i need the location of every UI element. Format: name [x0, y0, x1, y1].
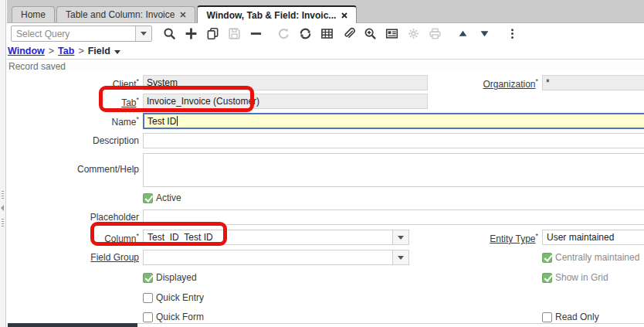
- centrally-maintained-checkbox[interactable]: [542, 253, 552, 263]
- grid-toggle-icon[interactable]: [320, 27, 334, 41]
- print-icon: [428, 27, 442, 41]
- tab-home-label: Home: [21, 9, 46, 20]
- process-gear-icon: [406, 27, 420, 41]
- organization-field[interactable]: [542, 75, 644, 90]
- tab-home[interactable]: Home: [12, 6, 55, 22]
- column-label[interactable]: Column*: [0, 232, 139, 244]
- client-label[interactable]: Client*: [0, 77, 139, 90]
- name-label: Name*: [0, 115, 139, 128]
- bottom-divider: [137, 323, 644, 324]
- description-label: Description: [0, 135, 139, 146]
- save-icon: [227, 27, 241, 41]
- field-group-combobox[interactable]: [143, 250, 409, 265]
- active-checkbox-row[interactable]: Active: [143, 192, 181, 203]
- desktop-tabbar: Home Table and Column: Invoice Window, T…: [7, 0, 644, 23]
- zoom-across-icon[interactable]: [363, 27, 377, 41]
- active-checkbox-label: Active: [156, 192, 181, 203]
- comment-help-label: Comment/Help: [0, 164, 139, 175]
- text-cursor: [177, 116, 178, 126]
- column-combobox[interactable]: [143, 230, 409, 245]
- column-dropdown-button[interactable]: [392, 230, 408, 244]
- comment-help-input[interactable]: [143, 153, 644, 187]
- field-group-dropdown-button[interactable]: [392, 250, 408, 264]
- entity-type-label[interactable]: Entity Type*: [417, 232, 538, 244]
- column-input[interactable]: [144, 230, 392, 244]
- active-checkbox[interactable]: [143, 193, 153, 203]
- collapse-arrow-icon[interactable]: [1, 205, 4, 211]
- read-only-checkbox-row[interactable]: Read Only: [542, 312, 599, 322]
- tab-field[interactable]: [143, 94, 428, 109]
- splitter-grip[interactable]: [2, 191, 4, 199]
- breadcrumb-separator: >: [49, 46, 54, 56]
- next-record-icon[interactable]: [477, 27, 491, 41]
- close-tab-icon[interactable]: [341, 12, 347, 19]
- description-input[interactable]: [143, 133, 644, 148]
- placeholder-label: Placeholder: [0, 212, 139, 223]
- breadcrumb-field-current[interactable]: Field: [88, 46, 120, 56]
- placeholder-input[interactable]: [143, 209, 644, 225]
- breadcrumb: Window > Tab > Field: [8, 46, 120, 56]
- more-options-icon[interactable]: [505, 27, 519, 41]
- name-input[interactable]: Test ID: [143, 113, 644, 129]
- close-tab-icon[interactable]: [180, 12, 186, 18]
- show-in-grid-checkbox[interactable]: [542, 273, 552, 283]
- show-in-grid-label: Show in Grid: [555, 272, 608, 283]
- chevron-down-icon: [114, 50, 120, 54]
- toolbar-buttons: [162, 27, 519, 41]
- field-group-input[interactable]: [144, 250, 392, 264]
- search-icon[interactable]: [162, 27, 176, 41]
- chevron-down-icon: [141, 32, 147, 36]
- taskbar-edge: [8, 323, 137, 327]
- entity-type-combobox[interactable]: [542, 230, 644, 245]
- copy-record-icon[interactable]: [205, 27, 219, 41]
- app-window: Home Table and Column: Invoice Window, T…: [0, 0, 644, 327]
- form-view-icon[interactable]: [385, 27, 398, 41]
- select-query-dropdown-button[interactable]: [135, 26, 151, 41]
- displayed-checkbox-row[interactable]: Displayed: [143, 272, 197, 283]
- centrally-maintained-checkbox-row[interactable]: Centrally maintained: [542, 252, 639, 263]
- show-in-grid-checkbox-row[interactable]: Show in Grid: [542, 272, 608, 283]
- tab-table-and-column-label: Table and Column: Invoice: [66, 9, 175, 20]
- organization-label[interactable]: Organization*: [417, 77, 538, 90]
- previous-record-icon[interactable]: [456, 27, 469, 41]
- quick-entry-checkbox[interactable]: [143, 293, 153, 303]
- chevron-down-icon: [398, 236, 404, 240]
- displayed-checkbox[interactable]: [143, 273, 153, 283]
- chevron-down-icon: [398, 256, 404, 260]
- quick-entry-label: Quick Entry: [156, 292, 204, 303]
- read-only-checkbox[interactable]: [542, 312, 552, 322]
- displayed-label: Displayed: [156, 272, 197, 283]
- breadcrumb-window-link[interactable]: Window: [8, 46, 45, 56]
- tab-table-and-column[interactable]: Table and Column: Invoice: [56, 6, 195, 22]
- refresh-icon[interactable]: [298, 27, 312, 41]
- field-group-label[interactable]: Field Group: [0, 252, 139, 263]
- status-bar: Record saved: [7, 59, 644, 72]
- quick-form-checkbox-row[interactable]: Quick Form: [143, 312, 204, 322]
- attachment-icon[interactable]: [341, 27, 355, 41]
- centrally-maintained-label: Centrally maintained: [555, 252, 639, 263]
- tab-label[interactable]: Tab*: [0, 96, 139, 108]
- client-field[interactable]: [143, 75, 428, 90]
- select-query-combobox[interactable]: [11, 26, 152, 42]
- toolbar: [7, 23, 644, 44]
- tab-window-tab-field[interactable]: Window, Tab & Field: Invoic...: [197, 5, 357, 23]
- new-record-icon[interactable]: [184, 27, 198, 41]
- select-query-input[interactable]: [12, 26, 135, 41]
- quick-entry-checkbox-row[interactable]: Quick Entry: [143, 292, 204, 303]
- quick-form-label: Quick Form: [156, 312, 204, 322]
- breadcrumb-tab-link[interactable]: Tab: [58, 46, 74, 56]
- delete-record-icon[interactable]: [249, 27, 263, 41]
- read-only-label: Read Only: [555, 312, 599, 322]
- quick-form-checkbox[interactable]: [143, 312, 153, 322]
- undo-icon: [276, 27, 290, 41]
- status-message: Record saved: [8, 61, 66, 72]
- tab-window-tab-field-label: Window, Tab & Field: Invoic...: [206, 10, 336, 21]
- breadcrumb-separator: >: [78, 46, 83, 56]
- entity-type-input[interactable]: [543, 230, 644, 244]
